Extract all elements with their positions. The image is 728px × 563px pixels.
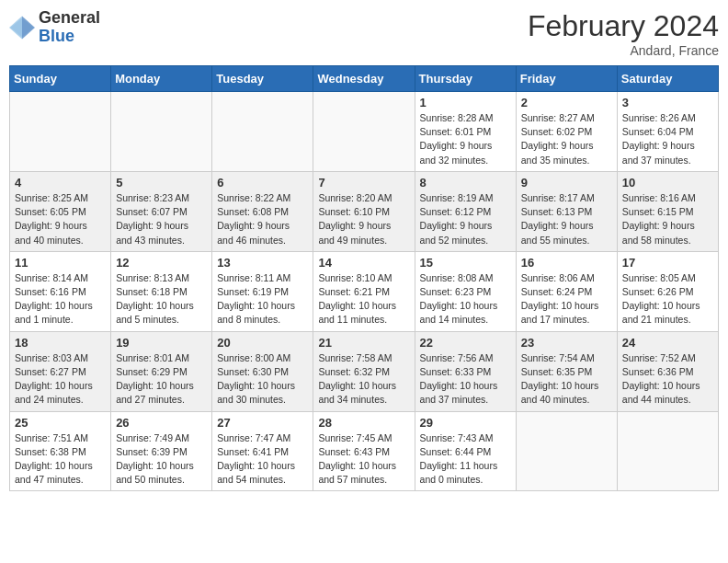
day-info: Sunrise: 8:23 AM Sunset: 6:07 PM Dayligh… (116, 191, 207, 247)
logo-blue-text: Blue (39, 28, 100, 46)
day-info: Sunrise: 8:28 AM Sunset: 6:01 PM Dayligh… (420, 111, 511, 167)
calendar-week-row: 4Sunrise: 8:25 AM Sunset: 6:05 PM Daylig… (10, 171, 719, 251)
weekday-header-monday: Monday (111, 66, 212, 92)
day-number: 3 (622, 96, 713, 109)
day-cell: 12Sunrise: 8:13 AM Sunset: 6:18 PM Dayli… (111, 251, 212, 331)
day-cell: 8Sunrise: 8:19 AM Sunset: 6:12 PM Daylig… (415, 171, 516, 251)
day-cell: 10Sunrise: 8:16 AM Sunset: 6:15 PM Dayli… (617, 171, 718, 251)
day-cell: 17Sunrise: 8:05 AM Sunset: 6:26 PM Dayli… (617, 251, 718, 331)
day-info: Sunrise: 8:08 AM Sunset: 6:23 PM Dayligh… (420, 271, 511, 327)
day-cell: 20Sunrise: 8:00 AM Sunset: 6:30 PM Dayli… (212, 331, 313, 411)
day-cell: 23Sunrise: 7:54 AM Sunset: 6:35 PM Dayli… (516, 331, 617, 411)
weekday-header-tuesday: Tuesday (212, 66, 313, 92)
calendar-table: SundayMondayTuesdayWednesdayThursdayFrid… (9, 65, 719, 491)
day-info: Sunrise: 7:56 AM Sunset: 6:33 PM Dayligh… (420, 351, 511, 408)
weekday-header-row: SundayMondayTuesdayWednesdayThursdayFrid… (10, 66, 719, 92)
title-block: February 2024 Andard, France (528, 9, 719, 58)
logo-text: General Blue (39, 9, 100, 46)
day-number: 1 (420, 96, 511, 109)
day-info: Sunrise: 8:25 AM Sunset: 6:05 PM Dayligh… (15, 191, 106, 247)
day-cell: 16Sunrise: 8:06 AM Sunset: 6:24 PM Dayli… (516, 251, 617, 331)
day-number: 2 (521, 96, 612, 109)
day-number: 16 (521, 256, 612, 270)
weekday-header-wednesday: Wednesday (313, 66, 415, 92)
day-info: Sunrise: 8:17 AM Sunset: 6:13 PM Dayligh… (521, 191, 612, 247)
day-cell: 25Sunrise: 7:51 AM Sunset: 6:38 PM Dayli… (10, 411, 111, 491)
day-number: 19 (116, 336, 207, 350)
day-cell: 21Sunrise: 7:58 AM Sunset: 6:32 PM Dayli… (313, 331, 415, 411)
day-cell: 4Sunrise: 8:25 AM Sunset: 6:05 PM Daylig… (10, 171, 111, 251)
calendar-title: February 2024 (528, 9, 719, 43)
day-info: Sunrise: 8:00 AM Sunset: 6:30 PM Dayligh… (217, 351, 308, 408)
day-info: Sunrise: 8:20 AM Sunset: 6:10 PM Dayligh… (318, 191, 409, 247)
empty-day-cell (10, 92, 111, 172)
day-cell: 3Sunrise: 8:26 AM Sunset: 6:04 PM Daylig… (617, 92, 718, 172)
day-number: 14 (318, 256, 409, 270)
day-info: Sunrise: 7:58 AM Sunset: 6:32 PM Dayligh… (318, 351, 409, 408)
day-cell: 19Sunrise: 8:01 AM Sunset: 6:29 PM Dayli… (111, 331, 212, 411)
day-cell: 28Sunrise: 7:45 AM Sunset: 6:43 PM Dayli… (313, 411, 415, 491)
day-number: 27 (217, 416, 308, 430)
day-info: Sunrise: 8:11 AM Sunset: 6:19 PM Dayligh… (217, 271, 308, 327)
day-number: 5 (116, 176, 207, 190)
page-header: General Blue February 2024 Andard, Franc… (9, 9, 719, 58)
day-cell: 5Sunrise: 8:23 AM Sunset: 6:07 PM Daylig… (111, 171, 212, 251)
day-number: 18 (15, 336, 106, 350)
day-cell: 6Sunrise: 8:22 AM Sunset: 6:08 PM Daylig… (212, 171, 313, 251)
day-info: Sunrise: 8:01 AM Sunset: 6:29 PM Dayligh… (116, 351, 207, 408)
weekday-header-sunday: Sunday (10, 66, 111, 92)
day-number: 21 (318, 336, 409, 350)
day-info: Sunrise: 7:54 AM Sunset: 6:35 PM Dayligh… (521, 351, 612, 408)
day-number: 7 (318, 176, 409, 190)
day-info: Sunrise: 7:47 AM Sunset: 6:41 PM Dayligh… (217, 431, 308, 488)
day-number: 4 (15, 176, 106, 190)
day-cell: 22Sunrise: 7:56 AM Sunset: 6:33 PM Dayli… (415, 331, 516, 411)
day-number: 28 (318, 416, 409, 430)
day-number: 13 (217, 256, 308, 270)
day-info: Sunrise: 7:45 AM Sunset: 6:43 PM Dayligh… (318, 431, 409, 488)
day-cell: 1Sunrise: 8:28 AM Sunset: 6:01 PM Daylig… (415, 92, 516, 172)
day-cell: 9Sunrise: 8:17 AM Sunset: 6:13 PM Daylig… (516, 171, 617, 251)
day-cell: 29Sunrise: 7:43 AM Sunset: 6:44 PM Dayli… (415, 411, 516, 491)
day-cell: 27Sunrise: 7:47 AM Sunset: 6:41 PM Dayli… (212, 411, 313, 491)
day-info: Sunrise: 7:51 AM Sunset: 6:38 PM Dayligh… (15, 431, 106, 488)
day-info: Sunrise: 8:13 AM Sunset: 6:18 PM Dayligh… (116, 271, 207, 327)
empty-day-cell (212, 92, 313, 172)
day-number: 24 (622, 336, 713, 350)
day-number: 12 (116, 256, 207, 270)
day-info: Sunrise: 8:26 AM Sunset: 6:04 PM Dayligh… (622, 111, 713, 167)
day-info: Sunrise: 8:03 AM Sunset: 6:27 PM Dayligh… (15, 351, 106, 408)
day-number: 20 (217, 336, 308, 350)
calendar-week-row: 25Sunrise: 7:51 AM Sunset: 6:38 PM Dayli… (10, 411, 719, 491)
logo-icon (9, 15, 35, 40)
weekday-header-saturday: Saturday (617, 66, 718, 92)
calendar-week-row: 18Sunrise: 8:03 AM Sunset: 6:27 PM Dayli… (10, 331, 719, 411)
day-number: 17 (622, 256, 713, 270)
day-info: Sunrise: 8:22 AM Sunset: 6:08 PM Dayligh… (217, 191, 308, 247)
day-info: Sunrise: 8:10 AM Sunset: 6:21 PM Dayligh… (318, 271, 409, 327)
svg-marker-1 (22, 16, 35, 39)
empty-day-cell (313, 92, 415, 172)
day-info: Sunrise: 8:05 AM Sunset: 6:26 PM Dayligh… (622, 271, 713, 327)
day-cell: 7Sunrise: 8:20 AM Sunset: 6:10 PM Daylig… (313, 171, 415, 251)
weekday-header-thursday: Thursday (415, 66, 516, 92)
day-info: Sunrise: 8:16 AM Sunset: 6:15 PM Dayligh… (622, 191, 713, 247)
day-info: Sunrise: 7:43 AM Sunset: 6:44 PM Dayligh… (420, 431, 511, 488)
logo: General Blue (9, 9, 100, 46)
day-cell: 13Sunrise: 8:11 AM Sunset: 6:19 PM Dayli… (212, 251, 313, 331)
day-number: 10 (622, 176, 713, 190)
day-cell: 18Sunrise: 8:03 AM Sunset: 6:27 PM Dayli… (10, 331, 111, 411)
calendar-week-row: 1Sunrise: 8:28 AM Sunset: 6:01 PM Daylig… (10, 92, 719, 172)
weekday-header-friday: Friday (516, 66, 617, 92)
day-cell: 24Sunrise: 7:52 AM Sunset: 6:36 PM Dayli… (617, 331, 718, 411)
day-info: Sunrise: 8:19 AM Sunset: 6:12 PM Dayligh… (420, 191, 511, 247)
day-number: 9 (521, 176, 612, 190)
calendar-location: Andard, France (528, 43, 719, 58)
svg-marker-2 (9, 16, 22, 39)
day-number: 23 (521, 336, 612, 350)
day-info: Sunrise: 7:52 AM Sunset: 6:36 PM Dayligh… (622, 351, 713, 408)
empty-day-cell (516, 411, 617, 491)
day-number: 22 (420, 336, 511, 350)
day-number: 8 (420, 176, 511, 190)
day-number: 11 (15, 256, 106, 270)
